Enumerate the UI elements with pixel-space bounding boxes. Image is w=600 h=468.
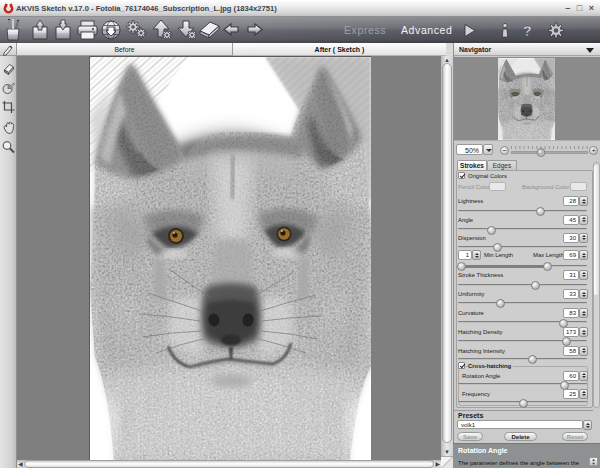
svg-text:?: ?: [523, 23, 532, 39]
